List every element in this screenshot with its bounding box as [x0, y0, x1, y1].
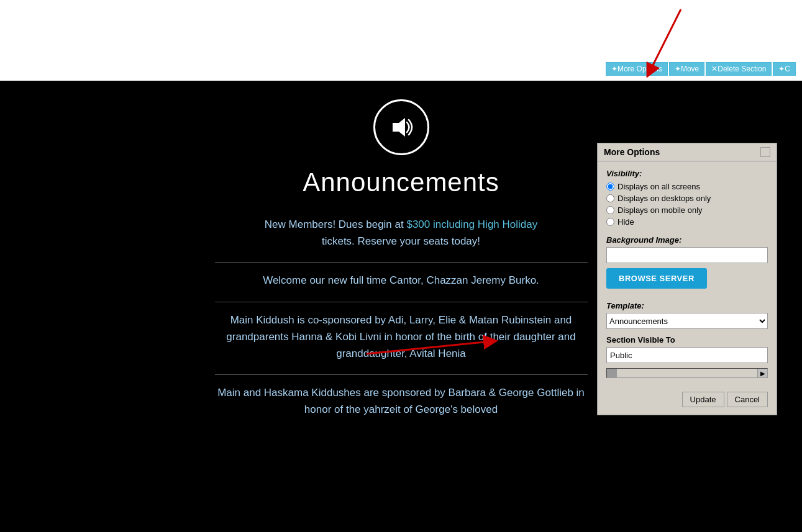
radio-all-screens-label: Displays on all screens — [617, 182, 700, 191]
template-select[interactable]: Announcements Default Custom — [606, 313, 768, 329]
dialog-body: Visibility: Displays on all screens Disp… — [598, 161, 777, 392]
radio-desktops-only-label: Displays on desktops only — [617, 194, 711, 203]
dialog-footer: Update Cancel — [598, 392, 777, 415]
speaker-icon — [388, 114, 415, 141]
delete-section-button[interactable]: ✕Delete Section — [706, 62, 772, 76]
highlight-text: $300 including High Holiday — [406, 219, 537, 230]
speaker-icon-circle — [373, 99, 429, 155]
more-options-dialog: More Options Visibility: Displays on all… — [597, 143, 777, 415]
background-image-label: Background Image: — [606, 235, 768, 245]
toolbar-buttons: ✦More Options ✦Move ✕Delete Section ✦C — [606, 62, 796, 76]
visibility-label: Visibility: — [606, 169, 768, 178]
announcement-2: Welcome our new full time Cantor, Chazza… — [215, 272, 588, 289]
radio-mobile-only[interactable]: Displays on mobile only — [606, 205, 768, 215]
more-options-button[interactable]: ✦More Options — [606, 62, 668, 76]
template-label: Template: — [606, 301, 768, 310]
announcement-1: New Members! Dues begin at $300 includin… — [215, 216, 588, 250]
announcement-4: Main and Haskama Kiddushes are sponsored… — [215, 384, 588, 418]
visibility-radio-group: Displays on all screens Displays on desk… — [606, 182, 768, 227]
move-button[interactable]: ✦Move — [669, 62, 704, 76]
scrollbar-thumb[interactable] — [607, 369, 617, 377]
radio-hide-input[interactable] — [606, 218, 614, 226]
extra-button[interactable]: ✦C — [773, 62, 796, 76]
radio-hide[interactable]: Hide — [606, 217, 768, 227]
section-visible-input[interactable] — [606, 347, 768, 363]
update-button[interactable]: Update — [682, 392, 724, 407]
svg-marker-2 — [393, 118, 405, 137]
browse-server-button[interactable]: BROWSE SERVER — [606, 268, 707, 289]
divider-1 — [215, 262, 588, 263]
background-image-input[interactable] — [606, 247, 768, 263]
dialog-title: More Options — [604, 147, 660, 157]
radio-desktops-only[interactable]: Displays on desktops only — [606, 194, 768, 203]
top-bar: ✦More Options ✦Move ✕Delete Section ✦C — [0, 0, 802, 81]
scrollbar-right-arrow[interactable]: ▶ — [757, 369, 767, 377]
radio-desktops-only-input[interactable] — [606, 194, 614, 202]
dialog-title-bar: More Options — [598, 143, 777, 161]
divider-2 — [215, 302, 588, 302]
radio-all-screens[interactable]: Displays on all screens — [606, 182, 768, 191]
radio-hide-label: Hide — [617, 217, 634, 227]
radio-mobile-only-input[interactable] — [606, 206, 614, 214]
scrollbar-area[interactable]: ▶ — [606, 368, 768, 378]
radio-all-screens-input[interactable] — [606, 183, 614, 191]
cancel-button[interactable]: Cancel — [727, 392, 768, 407]
divider-3 — [215, 374, 588, 375]
dialog-close-button[interactable] — [760, 147, 770, 157]
announcement-3: Main Kiddush is co-sponsored by Adi, Lar… — [215, 312, 588, 363]
radio-mobile-only-label: Displays on mobile only — [617, 205, 703, 215]
section-visible-label: Section Visible To — [606, 335, 768, 345]
